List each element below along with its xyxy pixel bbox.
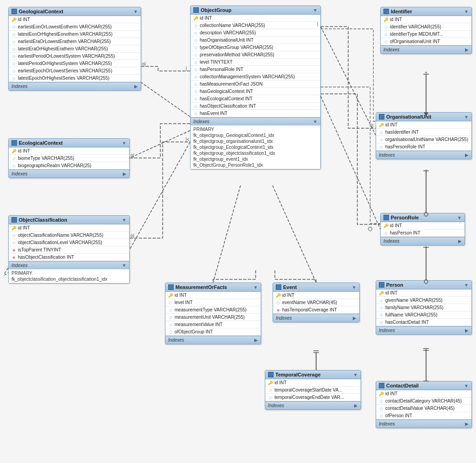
expand-arrow[interactable]: ▼ [313,8,317,13]
svg-line-6 [273,185,316,283]
fk-icon: ◇ [11,69,16,73]
fk-icon: ◇ [193,67,198,72]
fk-icon: ◇ [193,60,198,65]
indexes-arrow[interactable]: ▶ [354,403,358,408]
field-name: id INT [390,223,402,228]
temporal-coverage-header: TemporalCoverage ▼ [265,370,361,379]
fk-icon: ◇ [193,23,198,28]
fk-icon: ◇ [11,32,16,37]
fk-icon: ◇ [193,89,198,94]
svg-line-4 [321,96,380,229]
fk-icon: ◇ [379,313,383,317]
indexes-content: PRIMARY fk_objectgroup_GeologicalContext… [191,125,320,169]
indexes-arrow[interactable]: ▼ [122,263,126,268]
indexes-label: Indexes [11,263,27,268]
indexes-label: Indexes [268,403,284,408]
field-row: 🔑 id INT [165,292,261,299]
expand-arrow[interactable]: ▼ [464,283,469,288]
fk-icon: ◇ [11,76,16,81]
field-row: ◇ collectionManagementSystem VARCHAR(255… [191,73,320,81]
field-row: ◇ level TINYTEXT [191,59,320,66]
indexes-label: Indexes [383,47,399,52]
expand-arrow[interactable]: ▼ [464,383,469,388]
table-icon [11,217,17,223]
field-row: ◇ description VARCHAR(255) [191,29,320,37]
field-row: ◇ familyName VARCHAR(255) [376,304,471,311]
indexes-arrow[interactable]: ▶ [465,328,469,333]
field-row: ◇ contactDetailValue VARCHAR(45) [376,405,471,412]
field-name: familyName VARCHAR(255) [385,305,443,310]
field-row: ◇ preservationMethod VARCHAR(255) [191,51,320,59]
fk-icon: ◇ [193,38,198,43]
measurement-or-facts-table: MeasurementOrFacts ▼ 🔑 id INT ◇ level IN… [165,283,261,344]
indexes-section: Indexes ▶ [165,336,261,344]
index-row: fk_objectgroup_GeologicalContext1_idx [193,132,317,138]
field-name: earliestEraOrLowestErathem VARCHAR(255) [18,39,111,44]
indexes-section: Indexes ▶ [376,151,471,159]
svg-text:o|: o| [131,153,134,158]
expand-arrow[interactable]: ▼ [253,285,258,290]
expand-arrow[interactable]: ▼ [353,372,358,377]
field-row: 🔑 id INT [381,222,465,229]
indexes-section: Indexes ▼ [9,261,129,269]
svg-text:||: || [371,123,373,128]
indexes-arrow[interactable]: ▶ [465,421,469,426]
indexes-arrow[interactable]: ▶ [123,171,126,176]
object-classification-header: ObjectClassification ▼ [9,216,129,224]
fk-icon: ◇ [379,130,383,135]
field-name: id INT [385,122,398,127]
expand-arrow[interactable]: ▼ [122,141,126,146]
indexes-arrow[interactable]: ▶ [465,47,469,52]
field-row: ◇ objectClassificationLevel VARCHAR(255) [9,239,129,246]
field-name: hasMeasurementOrFact JSON [200,82,263,87]
field-row: ◇ givenName VARCHAR(255) [376,297,471,304]
field-name: identifierType MEDIUMT... [390,32,443,37]
field-row: ◇ latestEpochOrHighestSeries VARCHAR(255… [9,75,141,82]
field-row: 🔑 id INT [376,390,471,398]
field-name: hasObjectClassification INT [18,255,74,260]
table-icon [383,215,389,220]
field-name: ofOrganisationalUnit INT [390,39,440,44]
pk-icon: 🔑 [11,226,16,230]
object-group-header: ObjectGroup ▼ [191,6,320,15]
indexes-arrow[interactable]: ▶ [353,316,356,321]
indexes-section: Indexes ▶ [9,169,129,178]
field-row: ◇ measurementUnit VARCHAR(255) [165,314,261,321]
field-row: ◇ organisationalUnitName VARCHAR(255) [376,136,471,143]
table-icon [11,9,17,14]
indexes-arrow[interactable]: ▶ [254,338,258,343]
identifier-table: Identifier ▼ 🔑 id INT ◇ identifier VARCH… [380,7,472,54]
expand-arrow[interactable]: ▼ [133,9,138,14]
fk-icon: ◇ [11,61,16,66]
fk-icon: ◇ [11,25,16,29]
indexes-arrow[interactable]: ▶ [134,84,138,89]
expand-arrow[interactable]: ▼ [457,215,462,220]
fk-icon: ◇ [276,300,280,305]
field-row: ◇ identifier VARCHAR(255) [381,23,471,31]
expand-arrow[interactable]: ▼ [352,285,356,290]
field-row: ◇ measurementValue INT [165,321,261,328]
field-row: ◇ collectionName VARCHAR(255) [191,22,320,29]
fk-icon: ◇ [379,320,383,325]
field-name: earliestEonOrLowestEotherm VARCHAR(255) [18,24,112,29]
fk-icon: ◇ [383,39,388,44]
indexes-arrow[interactable]: ▶ [458,239,462,244]
field-row: ◇ earliestEpochOrLowestSeries VARCHAR(25… [9,67,141,75]
expand-arrow[interactable]: ▼ [122,218,126,223]
table-icon [268,372,274,377]
field-name: measurementValue INT [175,322,223,327]
table-icon [11,140,17,146]
measurement-or-facts-header: MeasurementOrFacts ▼ [165,283,261,292]
indexes-arrow[interactable]: ▶ [465,153,469,158]
organisational-unit-header: OrganisationalUnit ▼ [376,113,471,121]
geological-context-table: GeologicalContext ▼ 🔑 id INT ◇ earliestE… [8,7,141,91]
field-row: 🔑 id INT [273,292,359,299]
expand-arrow[interactable]: ▼ [464,114,469,120]
indexes-section: Indexes ▶ [376,326,471,334]
expand-arrow[interactable]: ▼ [464,9,469,14]
field-name: latestPeriodOrHighestSystem VARCHAR(255) [18,61,112,66]
field-name: ofObjectGroup INT [175,329,213,334]
indexes-arrow[interactable]: ▼ [313,119,317,124]
field-name: level INT [175,300,192,305]
field-row: ◇ objectClassificationName VARCHAR(255) [9,232,129,239]
